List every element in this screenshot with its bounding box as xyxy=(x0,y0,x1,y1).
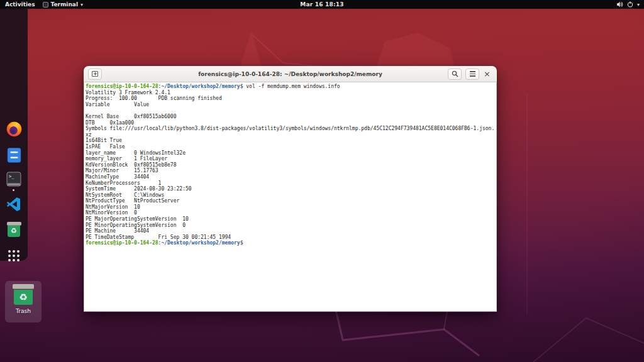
new-tab-button[interactable] xyxy=(88,69,102,80)
trash-icon: ♻ xyxy=(13,284,34,305)
running-indicator-dot xyxy=(13,189,14,191)
dock-item-trash[interactable]: ♻ xyxy=(6,221,22,238)
dock-item-terminal[interactable]: >_ xyxy=(6,171,22,187)
terminal-line xyxy=(86,107,496,114)
terminal-line: PE TimeDateStamp Fri Sep 30 00:21:45 199… xyxy=(86,234,496,241)
terminal-content-area[interactable]: forensics@ip-10-0-164-28:~/Desktop/works… xyxy=(84,82,497,312)
terminal-line: Is64Bit True xyxy=(86,138,496,144)
terminal-line: layer_name 0 WindowsIntel32e xyxy=(86,150,496,156)
trash-icon: ♻ xyxy=(7,222,21,237)
terminal-line: forensics@ip-10-0-164-28:~/Desktop/works… xyxy=(86,84,496,90)
app-grid-icon xyxy=(8,250,19,261)
gnome-top-bar: Activities Terminal Mar 16 18:13 xyxy=(0,0,644,9)
terminal-line: NtSystemRoot C:\Windows xyxy=(86,192,496,199)
system-menu-chevron-icon[interactable] xyxy=(637,1,640,8)
terminal-line: PE MajorOperatingSystemVersion 10 xyxy=(86,216,496,222)
dock-item-app-grid[interactable] xyxy=(6,248,22,264)
terminal-line: xz xyxy=(86,132,496,138)
new-tab-icon xyxy=(92,71,98,77)
terminal-line: Major/Minor 15.17763 xyxy=(86,168,496,174)
terminal-line: Progress: 100.00 PDB scanning finished xyxy=(86,96,496,102)
search-button[interactable] xyxy=(448,69,462,80)
terminal-line: NtMajorVersion 10 xyxy=(86,204,496,211)
clock[interactable]: Mar 16 18:13 xyxy=(0,1,644,8)
file-cabinet-icon xyxy=(7,148,21,163)
terminal-line: NtProductType NtProductServer xyxy=(86,198,496,204)
hamburger-menu-icon xyxy=(470,71,475,77)
desktop-trash-shortcut[interactable]: ♻ Trash xyxy=(5,281,42,322)
volume-icon[interactable] xyxy=(616,1,623,8)
terminal-icon: >_ xyxy=(6,172,21,187)
terminal-line: NtMinorVersion 0 xyxy=(86,210,496,216)
window-titlebar[interactable]: forensics@ip-10-0-164-28: ~/Desktop/work… xyxy=(84,66,497,82)
terminal-line: MachineType 34404 xyxy=(86,174,496,180)
terminal-line: Symbols file:///usr/local/lib/python3.8/… xyxy=(86,126,496,132)
terminal-line: DTB 0x1aa000 xyxy=(86,120,496,126)
terminal-output: forensics@ip-10-0-164-28:~/Desktop/works… xyxy=(86,84,496,246)
terminal-line: IsPAE False xyxy=(86,144,496,150)
power-icon[interactable] xyxy=(627,1,633,8)
firefox-icon xyxy=(6,121,22,137)
terminal-line: PE MinorOperatingSystemVersion 0 xyxy=(86,222,496,229)
terminal-line: Kernel Base 0xf80515ab6000 xyxy=(86,114,496,120)
terminal-line: PE Machine 34404 xyxy=(86,228,496,234)
search-icon xyxy=(452,70,458,77)
trash-label: Trash xyxy=(16,308,31,314)
terminal-line: forensics@ip-10-0-164-28:~/Desktop/works… xyxy=(86,240,496,246)
svg-text:>_: >_ xyxy=(9,174,14,179)
terminal-line: memory_layer 1 FileLayer xyxy=(86,156,496,162)
terminal-line: SystemTime 2024-08-30 23:22:50 xyxy=(86,186,496,192)
terminal-line: Volatility 3 Framework 2.4.1 xyxy=(86,90,496,96)
dock: >_ ♻ xyxy=(0,9,28,261)
terminal-line: Variable Value xyxy=(86,102,496,108)
terminal-line: KeNumberProcessors 1 xyxy=(86,180,496,187)
close-button[interactable]: × xyxy=(483,70,491,78)
terminal-window: forensics@ip-10-0-164-28: ~/Desktop/work… xyxy=(84,66,497,312)
dock-item-vscode[interactable] xyxy=(6,196,22,212)
menu-button[interactable] xyxy=(465,69,479,80)
window-title: forensics@ip-10-0-164-28: ~/Desktop/work… xyxy=(84,71,497,77)
vscode-icon xyxy=(6,197,21,212)
dock-item-files[interactable] xyxy=(6,147,22,163)
terminal-line: KdVersionBlock 0xf80515eb8e78 xyxy=(86,162,496,168)
dock-item-firefox[interactable] xyxy=(6,121,22,137)
